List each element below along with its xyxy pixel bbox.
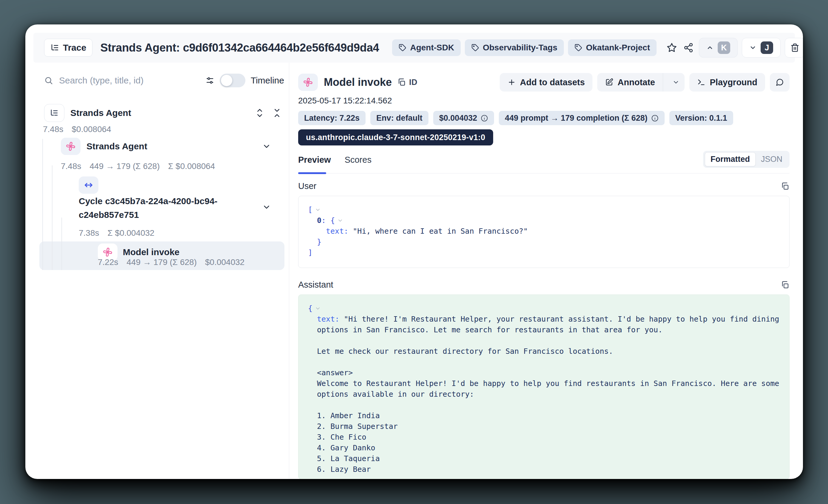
code-line: ]: [308, 247, 780, 258]
page-title: Strands Agent: c9d6f01342ca664464b2e56f6…: [100, 41, 379, 54]
trace-tree-sidebar: Timeline Strands Agent 7.48s $0.008064: [33, 62, 289, 479]
tree-node-title: Strands Agent: [86, 141, 147, 152]
add-to-datasets-button[interactable]: Add to datasets: [500, 73, 593, 91]
tag-icon: [399, 44, 406, 51]
tag-label: Agent-SDK: [410, 43, 454, 52]
tree-node-metrics: 7.48s 449 → 179 (Σ 628) Σ $0.008064: [61, 162, 215, 171]
collapse-chevron-icon[interactable]: [315, 207, 321, 213]
tokens: 449 → 179 (Σ 628): [127, 257, 197, 267]
previous-trace-button[interactable]: K: [699, 38, 738, 57]
tree-guide-line: [61, 218, 62, 270]
next-trace-button[interactable]: J: [742, 38, 781, 57]
info-icon[interactable]: [481, 115, 488, 122]
tag-icon: [575, 44, 582, 51]
star-icon[interactable]: [667, 43, 677, 53]
collapse-chevron-icon[interactable]: [315, 305, 321, 311]
model-badge-row: us.anthropic.claude-3-7-sonnet-20250219-…: [298, 129, 790, 145]
collapse-all-icon[interactable]: [272, 108, 282, 118]
tab-scores[interactable]: Scores: [345, 155, 372, 165]
avatar-k: K: [718, 41, 730, 54]
tag-label: Observability-Tags: [483, 43, 557, 52]
chevron-down-icon[interactable]: [262, 142, 271, 151]
assistant-message-block: { text: "Hi there! I'm Restaurant Helper…: [298, 294, 790, 479]
observation-title-row: Model invoke ID Add to datasets Annotate: [298, 73, 790, 91]
comments-button[interactable]: [770, 73, 790, 91]
tree-guide-line: [52, 165, 52, 270]
chevron-down-icon: [672, 79, 679, 86]
env-badge: Env: default: [370, 111, 428, 125]
cost-badge: $0.004032: [433, 111, 494, 125]
trash-icon: [790, 43, 799, 52]
toggle-knob: [221, 75, 232, 86]
tree-node-metrics: 7.38s Σ $0.004032: [79, 228, 155, 238]
annotate-menu-chevron[interactable]: [667, 73, 685, 91]
trace-node-badge: [44, 104, 65, 122]
id-label: ID: [409, 78, 417, 87]
tree-node-metrics: 7.22s 449 → 179 (Σ 628) $0.004032: [98, 257, 245, 267]
cost: $0.008064: [72, 125, 111, 134]
add-to-datasets-label: Add to datasets: [520, 78, 585, 87]
expand-all-icon[interactable]: [255, 108, 264, 118]
tag-list: Agent-SDK Observability-Tags Okatank-Pro…: [392, 39, 657, 56]
format-option-formatted[interactable]: Formatted: [705, 152, 755, 166]
list-tree-icon: [50, 43, 59, 52]
trace-badge-label: Trace: [63, 43, 86, 53]
duration: 7.48s: [43, 125, 64, 134]
agent-pinwheel-icon: [302, 77, 314, 88]
tree-expand-controls: [255, 108, 282, 118]
trace-type-badge: Trace: [44, 39, 92, 57]
duration: 7.22s: [98, 257, 118, 267]
terminal-icon: [697, 78, 705, 86]
chevron-down-icon[interactable]: [262, 203, 271, 212]
duration: 7.48s: [61, 162, 81, 171]
observation-title: Model invoke: [324, 76, 392, 88]
agent-node-badge: [61, 138, 81, 155]
code-line: text: "Hi there! I'm Restaurant Helper, …: [308, 314, 780, 475]
search-input[interactable]: [58, 75, 200, 86]
trace-header: Trace Strands Agent: c9d6f01342ca664464b…: [33, 33, 795, 62]
share-icon[interactable]: [684, 43, 694, 53]
delete-trace-button[interactable]: [785, 38, 803, 57]
code-line: 0: {: [308, 215, 780, 226]
playground-label: Playground: [710, 78, 757, 87]
header-nav-controls: K J: [699, 38, 803, 57]
user-message-block: [ 0: { text: "Hi, where can I eat in San…: [298, 196, 790, 268]
agent-pinwheel-icon: [102, 247, 113, 258]
active-tab-underline: [298, 172, 326, 174]
tree-node-agent[interactable]: Strands Agent: [61, 137, 282, 156]
tag-okatank-project[interactable]: Okatank-Project: [568, 39, 657, 56]
annotate-button[interactable]: Annotate: [597, 73, 685, 91]
tree-node-model-invoke-selected[interactable]: Model invoke 7.22s 449 → 179 (Σ 628) $0.…: [39, 242, 284, 270]
model-name-badge[interactable]: us.anthropic.claude-3-7-sonnet-20250219-…: [298, 129, 493, 145]
copy-icon[interactable]: [781, 182, 790, 191]
format-option-json[interactable]: JSON: [755, 153, 788, 166]
assistant-section-header: Assistant: [298, 280, 790, 290]
observation-detail-panel: Model invoke ID Add to datasets Annotate: [289, 62, 795, 479]
timeline-toggle-label: Timeline: [251, 75, 284, 86]
assistant-section-title: Assistant: [298, 280, 333, 290]
copy-id-icon[interactable]: [397, 78, 406, 87]
tree-node-trace-root[interactable]: Strands Agent: [44, 104, 282, 122]
timeline-toggle[interactable]: [220, 74, 245, 87]
tree-search-row: Timeline: [44, 71, 284, 90]
agent-pinwheel-icon: [65, 141, 76, 152]
tag-label: Okatank-Project: [586, 43, 650, 52]
version-badge: Version: 0.1.1: [669, 111, 733, 125]
collapse-chevron-icon[interactable]: [337, 218, 343, 223]
observation-timestamp: 2025-05-17 15:22:14.562: [298, 96, 790, 106]
tag-observability-tags[interactable]: Observability-Tags: [465, 39, 564, 56]
tree-node-cycle[interactable]: Cycle c3c45b7a-224a-4200-bc94-c24eb857e7…: [79, 194, 258, 222]
filter-sliders-icon[interactable]: [205, 76, 214, 85]
cost: $0.004032: [205, 257, 245, 267]
tokens: 449 → 179 (Σ 628): [90, 162, 160, 171]
tokens-badge: 449 prompt → 179 completion (Σ 628): [499, 111, 664, 125]
playground-button[interactable]: Playground: [689, 73, 765, 91]
tag-agent-sdk[interactable]: Agent-SDK: [392, 39, 461, 56]
plus-icon: [507, 78, 516, 86]
tree-node-title: Strands Agent: [70, 108, 131, 118]
tab-preview[interactable]: Preview: [298, 155, 331, 165]
code-line: [: [308, 205, 780, 215]
copy-icon[interactable]: [781, 281, 790, 289]
info-icon[interactable]: [651, 115, 659, 122]
code-line: text: "Hi, where can I eat in San Franci…: [308, 226, 780, 237]
